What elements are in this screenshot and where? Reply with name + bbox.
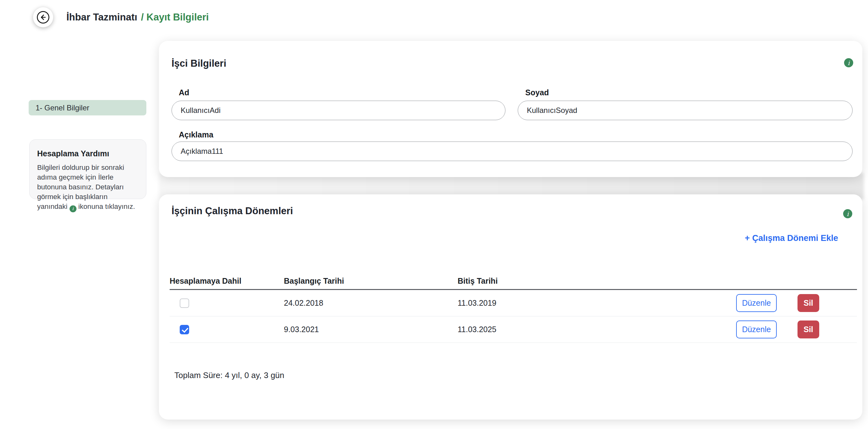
page-title-main: İhbar Tazminatı xyxy=(66,12,137,23)
included-checkbox[interactable] xyxy=(180,298,189,308)
table-row: 9.03.2021 11.03.2025 Düzenle Sil xyxy=(169,317,857,343)
help-panel-text: Bilgileri doldurup bir sonraki adıma geç… xyxy=(37,163,138,212)
help-panel-title: Hesaplama Yardımı xyxy=(37,149,138,158)
back-button[interactable] xyxy=(33,7,53,27)
sidebar-item-label: 1- Genel Bilgiler xyxy=(36,103,89,112)
worker-info-card: İşci Bilgileri i Ad Soyad Açıklama xyxy=(159,41,862,177)
info-icon[interactable]: i xyxy=(843,209,852,218)
help-panel: Hesaplama Yardımı Bilgileri doldurup bir… xyxy=(29,139,146,199)
edit-button[interactable]: Düzenle xyxy=(736,321,777,338)
column-header-included: Hesaplamaya Dahil xyxy=(169,276,284,286)
included-checkbox[interactable] xyxy=(180,325,189,334)
page-title: İhbar Tazminatı/ Kayıt Bilgileri xyxy=(66,12,209,23)
last-name-input[interactable] xyxy=(518,101,852,120)
description-label: Açıklama xyxy=(179,130,213,139)
periods-card-title: İşçinin Çalışma Dönemleri xyxy=(172,205,293,217)
edit-button[interactable]: Düzenle xyxy=(736,294,777,312)
work-periods-table: Hesaplamaya Dahil Başlangıç Tarihi Bitiş… xyxy=(169,273,857,343)
add-work-period-link[interactable]: + Çalışma Dönemi Ekle xyxy=(745,233,838,243)
table-row: 24.02.2018 11.03.2019 Düzenle Sil xyxy=(169,290,857,317)
first-name-label: Ad xyxy=(179,88,189,97)
work-periods-card: İşçinin Çalışma Dönemleri i + Çalışma Dö… xyxy=(159,194,862,420)
page: İhbar Tazminatı/ Kayıt Bilgileri 1- Gene… xyxy=(0,0,868,429)
delete-button[interactable]: Sil xyxy=(798,321,819,338)
info-icon[interactable]: i xyxy=(844,58,853,67)
start-date-cell: 9.03.2021 xyxy=(284,325,458,334)
breadcrumb: / Kayıt Bilgileri xyxy=(141,12,209,23)
info-icon: i xyxy=(69,205,76,212)
last-name-label: Soyad xyxy=(525,88,549,97)
end-date-cell: 11.03.2019 xyxy=(458,298,736,307)
delete-button[interactable]: Sil xyxy=(798,294,819,312)
arrow-left-circle-icon xyxy=(36,10,50,25)
column-header-start-date: Başlangıç Tarihi xyxy=(284,276,458,286)
start-date-cell: 24.02.2018 xyxy=(284,298,458,307)
sidebar-item-genel-bilgiler[interactable]: 1- Genel Bilgiler xyxy=(29,100,146,116)
total-duration-text: Toplam Süre: 4 yıl, 0 ay, 3 gün xyxy=(174,370,284,380)
worker-card-title: İşci Bilgileri xyxy=(172,58,226,69)
column-header-end-date: Bitiş Tarihi xyxy=(458,276,736,286)
end-date-cell: 11.03.2025 xyxy=(458,325,736,334)
table-header-row: Hesaplamaya Dahil Başlangıç Tarihi Bitiş… xyxy=(169,273,857,290)
description-input[interactable] xyxy=(172,141,852,161)
first-name-input[interactable] xyxy=(172,101,505,120)
